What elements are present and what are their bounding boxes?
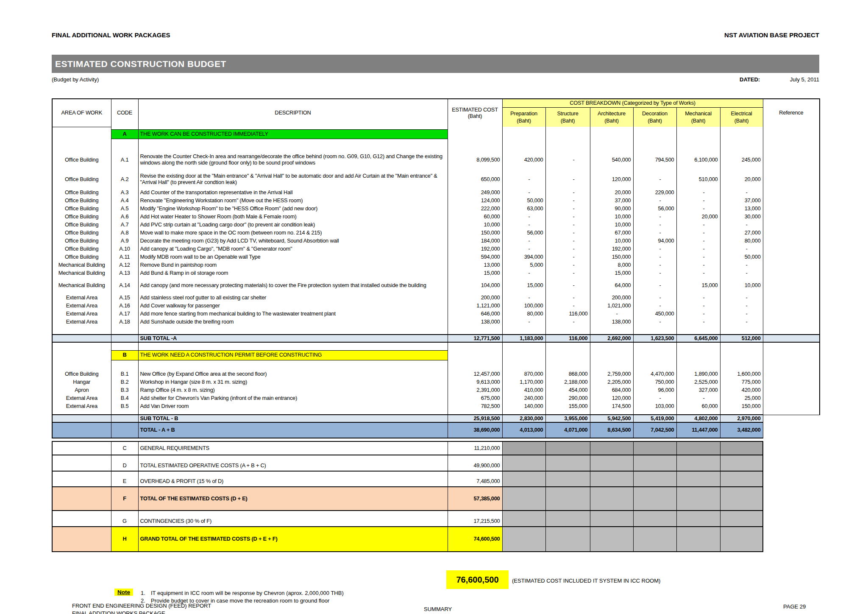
cell-A.8-str: - xyxy=(545,229,590,237)
cell-A.10-estimated-cost: 192,000 xyxy=(448,245,502,253)
cell-A.4-estimated-cost: 124,000 xyxy=(448,197,502,205)
subtotal-b-row-area-blank xyxy=(52,415,111,422)
cell-A.11-arch: 150,000 xyxy=(590,253,633,261)
section-b-area-blank xyxy=(52,350,111,360)
summary-H-code: H xyxy=(111,527,138,552)
subcol-title: Structure xyxy=(548,110,588,117)
cell-A.3-dec: 229,000 xyxy=(633,189,676,197)
section-a-title: THE WORK CAN BE CONSTRUCTED IMMEDIATELY xyxy=(138,129,448,139)
spacer-cell xyxy=(52,360,111,370)
cell-A.6-dec: - xyxy=(633,213,676,221)
cell-A.15-code: A.15 xyxy=(111,294,138,302)
cell-A.13-arch: 15,000 xyxy=(590,269,633,277)
subcol-title: Preparation xyxy=(504,110,544,117)
cell-A.14-estimated-cost: 104,000 xyxy=(448,277,502,294)
summary-G-estimated-cost: 17,215,500 xyxy=(448,511,502,527)
grand-total-caption: (ESTIMATED COST INCLUDED IT SYSTEM IN IC… xyxy=(512,578,660,584)
cell-A.5-dec: 56,000 xyxy=(633,205,676,213)
cell-A.10-area: Office Building xyxy=(52,245,111,253)
cell-B.3-elec: 420,000 xyxy=(720,386,763,394)
summary-H-estimated-cost: 74,600,500 xyxy=(448,527,502,552)
table-row-A.2: Office BuildingA.2Revise the existing do… xyxy=(52,170,820,189)
summary-G-breakdown-blank xyxy=(633,511,676,527)
summary-row-C: CGENERAL REQUIREMENTS11,210,000 xyxy=(52,441,820,455)
subtotal-b-row-arch: 5,942,500 xyxy=(590,415,633,422)
cell-A.7-code: A.7 xyxy=(111,221,138,229)
cell-A.1-code: A.1 xyxy=(111,150,138,170)
section-b-header-row: BTHE WORK NEED A CONSTRUCTION PERMIT BEF… xyxy=(52,350,820,360)
spacer-cell xyxy=(590,360,633,370)
cell-A.17-area: External Area xyxy=(52,310,111,318)
spacer-cell xyxy=(545,342,590,350)
cell-A.14-str: - xyxy=(545,277,590,294)
cell-A.11-description: Modify MDB room wall to be an Openable w… xyxy=(138,253,448,261)
summary-E-description: OVERHEAD & PROFIT (15 % of D) xyxy=(138,471,448,487)
cell-A.6-str: - xyxy=(545,213,590,221)
total-a-b-row-dec: 7,042,500 xyxy=(633,422,676,438)
section-b-breakdown-blank xyxy=(676,350,720,360)
cell-A.2-estimated-cost: 650,000 xyxy=(448,170,502,189)
summary-F-estimated-cost: 57,385,000 xyxy=(448,487,502,511)
col-header-estimated-cost: ESTIMATED COST(Baht) xyxy=(448,99,502,127)
cell-A.3-description: Add Counter of the transportation repres… xyxy=(138,189,448,197)
cell-B.1-estimated-cost: 12,457,000 xyxy=(448,370,502,378)
total-a-b-row-area-blank xyxy=(52,422,111,438)
total-a-b-row-mech: 11,447,000 xyxy=(676,422,720,438)
section-a-breakdown-blank xyxy=(590,129,633,139)
cell-A.9-arch: 10,000 xyxy=(590,237,633,245)
cell-A.2-elec: 20,000 xyxy=(720,170,763,189)
spacer-cell xyxy=(502,342,545,350)
cell-A.18-prep: - xyxy=(502,318,545,326)
summary-H-breakdown-blank xyxy=(676,527,720,552)
cell-B.2-estimated-cost: 9,613,000 xyxy=(448,378,502,386)
table-row-B.4: External AreaB.4Add shelter for Chevron'… xyxy=(52,394,820,402)
summary-E-code: E xyxy=(111,471,138,487)
cell-B.1-dec: 4,470,000 xyxy=(633,370,676,378)
table-row-A.14: Mechanical BuildingA.14Add canopy (and m… xyxy=(52,277,820,294)
cell-A.16-description: Add Cover walkway for passenger xyxy=(138,302,448,310)
cell-A.9-prep: - xyxy=(502,237,545,245)
section-b-code: B xyxy=(111,350,138,360)
cell-B.3-estimated-cost: 2,391,000 xyxy=(448,386,502,394)
cell-A.12-dec: - xyxy=(633,261,676,269)
cell-A.2-code: A.2 xyxy=(111,170,138,189)
subtotal-a-reference-blank xyxy=(763,335,820,342)
spacer-cell xyxy=(590,410,633,415)
cell-A.9-area: Office Building xyxy=(52,237,111,245)
cell-A.17-prep: 80,000 xyxy=(502,310,545,318)
cell-B.4-arch: 120,000 xyxy=(590,394,633,402)
cell-B.5-str: 155,000 xyxy=(545,402,590,410)
subcol-unit: (Baht) xyxy=(592,117,632,124)
cell-A.15-dec: - xyxy=(633,294,676,302)
summary-row-G: GCONTINGENCIES (30 % of F)17,215,500 xyxy=(52,511,820,527)
cell-B.5-arch: 174,500 xyxy=(590,402,633,410)
cell-B.5-description: Add Van Driver room xyxy=(138,402,448,410)
section-b-breakdown-blank xyxy=(720,350,763,360)
cell-B.2-arch: 2,205,000 xyxy=(590,378,633,386)
budget-table: AREA OF WORKCODEDESCRIPTIONESTIMATED COS… xyxy=(52,98,820,552)
grand-total-highlight: 76,600,500 xyxy=(446,570,509,589)
section-a-breakdown-blank xyxy=(545,129,590,139)
cell-B.2-area: Hangar xyxy=(52,378,111,386)
cell-A.1-area: Office Building xyxy=(52,150,111,170)
spacer-cell xyxy=(633,342,676,350)
cell-B.4-elec: 25,000 xyxy=(720,394,763,402)
cell-A.5-prep: 63,000 xyxy=(502,205,545,213)
dated-value: July 5, 2011 xyxy=(790,76,819,83)
cell-A.1-estimated-cost: 8,099,500 xyxy=(448,150,502,170)
spacer-cell xyxy=(111,326,138,335)
cell-B.3-code: B.3 xyxy=(111,386,138,394)
subcol-unit: (Baht) xyxy=(635,117,675,124)
subcol-unit: (Baht) xyxy=(722,117,761,124)
cell-A.11-area: Office Building xyxy=(52,253,111,261)
table-header-row-1: AREA OF WORKCODEDESCRIPTIONESTIMATED COS… xyxy=(52,99,820,107)
cell-B.2-code: B.2 xyxy=(111,378,138,386)
cell-A.3-mech: - xyxy=(676,189,720,197)
spacer-cell xyxy=(138,342,448,350)
section-b-breakdown-blank xyxy=(502,350,545,360)
subcol-title: Architecture xyxy=(592,110,632,117)
cell-A.2-mech: 510,000 xyxy=(676,170,720,189)
spacer-cell xyxy=(52,326,111,335)
summary-G-breakdown-blank xyxy=(720,511,763,527)
cell-A.16-area: External Area xyxy=(52,302,111,310)
